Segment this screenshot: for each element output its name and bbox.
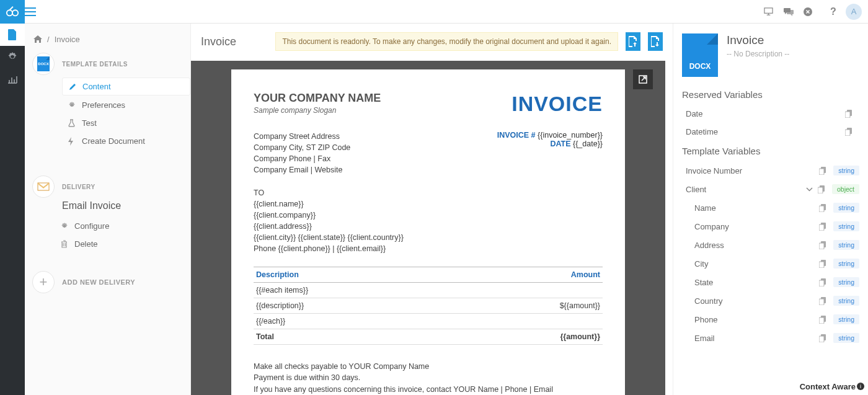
- delivery-item-configure[interactable]: Configure: [55, 218, 190, 234]
- template-var-row: Namestring: [673, 198, 868, 217]
- template-item-label: Preferences: [82, 100, 125, 110]
- svg-rect-22: [819, 224, 824, 231]
- chat-icon[interactable]: [784, 7, 804, 16]
- template-var-row: Phonestring: [673, 310, 868, 329]
- template-item-label: Create Document: [82, 136, 145, 146]
- hamburger-icon[interactable]: [25, 7, 43, 16]
- gear-icon: [61, 223, 69, 230]
- breadcrumb-sep: /: [47, 35, 50, 44]
- type-pill: string: [833, 221, 859, 231]
- copy-icon[interactable]: [819, 297, 827, 305]
- svg-point-0: [7, 10, 12, 16]
- open-external-button[interactable]: [633, 69, 653, 89]
- copy-icon[interactable]: [819, 316, 827, 324]
- template-var-row: Invoice Numberstring: [673, 161, 868, 180]
- template-item-create[interactable]: Create Document: [62, 133, 190, 149]
- trash-icon: [61, 240, 69, 248]
- doc-page: YOUR COMPANY NAME Sample company Slogan …: [231, 69, 625, 395]
- copy-icon[interactable]: [845, 128, 853, 136]
- svg-rect-3: [25, 11, 36, 12]
- upload-button[interactable]: [626, 32, 640, 51]
- close-circle-icon[interactable]: [804, 7, 823, 16]
- type-pill: string: [833, 259, 859, 269]
- copy-icon[interactable]: [819, 260, 827, 268]
- copy-icon[interactable]: [818, 185, 826, 193]
- doc-company-address: Company Street Address Company City, ST …: [254, 131, 350, 176]
- var-name: Invoice Number: [686, 166, 819, 175]
- template-item-content[interactable]: Content: [62, 78, 190, 95]
- rail-item-settings[interactable]: [0, 46, 25, 68]
- info-icon[interactable]: i: [857, 383, 864, 390]
- svg-rect-20: [819, 206, 824, 212]
- context-aware-label[interactable]: Context Aware: [800, 382, 856, 391]
- copy-icon[interactable]: [819, 167, 827, 175]
- topbar: ? A: [0, 0, 868, 24]
- copy-icon[interactable]: [845, 110, 853, 118]
- add-delivery-button[interactable]: +: [32, 271, 55, 293]
- var-name: Datetime: [686, 127, 845, 136]
- copy-icon[interactable]: [819, 278, 827, 286]
- doc-footer: Make all checks payable to YOUR Company …: [254, 361, 603, 394]
- rail-item-document[interactable]: [0, 24, 25, 46]
- center-area: Invoice This document is readonly. To ma…: [191, 0, 673, 395]
- avatar[interactable]: A: [846, 4, 862, 20]
- var-name: Email: [694, 334, 819, 343]
- doc-invoice-title: INVOICE: [512, 92, 603, 116]
- copy-icon[interactable]: [819, 241, 827, 249]
- copy-icon[interactable]: [819, 223, 827, 231]
- svg-rect-34: [819, 336, 824, 342]
- type-pill: string: [833, 314, 859, 324]
- doc-company-name: YOUR COMPANY NAME: [254, 92, 381, 105]
- present-icon[interactable]: [764, 7, 784, 16]
- help-icon[interactable]: ?: [823, 6, 843, 17]
- template-vars-title: Template Variables: [673, 141, 868, 161]
- right-title: Invoice: [727, 33, 789, 47]
- reserved-vars-title: Reserved Variables: [673, 84, 868, 105]
- type-pill: string: [833, 296, 859, 306]
- right-panel: DOCX Invoice -- No Description -- Reserv…: [673, 0, 868, 395]
- svg-rect-32: [819, 317, 824, 324]
- template-item-test[interactable]: Test: [62, 115, 190, 131]
- var-name: City: [694, 259, 819, 269]
- delivery-icon-circle: [32, 175, 55, 198]
- doc-slogan: Sample company Slogan: [254, 106, 381, 115]
- delivery-section-title: DELIVERY: [62, 184, 95, 190]
- svg-rect-30: [819, 299, 824, 305]
- rail-item-analytics[interactable]: [0, 68, 25, 91]
- var-name: Country: [694, 296, 819, 306]
- reserved-var-row: Date: [673, 105, 868, 123]
- template-var-row: Citystring: [673, 254, 868, 273]
- svg-rect-16: [819, 169, 824, 175]
- var-name: Name: [694, 203, 819, 213]
- type-pill: string: [833, 240, 859, 250]
- left-rail: [0, 0, 25, 395]
- docx-icon: DOCX: [37, 56, 50, 71]
- svg-rect-24: [819, 243, 824, 249]
- svg-point-1: [12, 10, 18, 16]
- breadcrumb-page: Invoice: [55, 35, 80, 44]
- gear-icon: [68, 102, 77, 109]
- reserved-var-row: Datetime: [673, 123, 868, 141]
- document-viewport: YOUR COMPANY NAME Sample company Slogan …: [191, 61, 665, 395]
- type-pill: string: [833, 203, 859, 213]
- home-icon[interactable]: [33, 35, 42, 43]
- type-pill: string: [833, 333, 859, 343]
- var-name: Client: [686, 185, 806, 194]
- download-button[interactable]: [648, 32, 663, 51]
- chevron-down-icon[interactable]: [806, 187, 813, 192]
- pencil-icon: [69, 83, 78, 91]
- svg-rect-12: [845, 112, 850, 118]
- bolt-icon: [68, 137, 77, 146]
- type-pill: object: [832, 184, 859, 194]
- copy-icon[interactable]: [819, 204, 827, 212]
- delivery-item-label: Delete: [74, 239, 98, 249]
- delivery-item-delete[interactable]: Delete: [55, 236, 190, 252]
- template-item-preferences[interactable]: Preferences: [62, 97, 190, 113]
- copy-icon[interactable]: [819, 334, 827, 342]
- flask-icon: [68, 119, 77, 127]
- app-logo[interactable]: [0, 0, 25, 24]
- var-name: Company: [694, 222, 819, 231]
- breadcrumb: / Invoice: [25, 31, 190, 53]
- svg-rect-28: [819, 280, 824, 286]
- doc-items-table: DescriptionAmount {{#each items}} {{desc…: [254, 267, 603, 345]
